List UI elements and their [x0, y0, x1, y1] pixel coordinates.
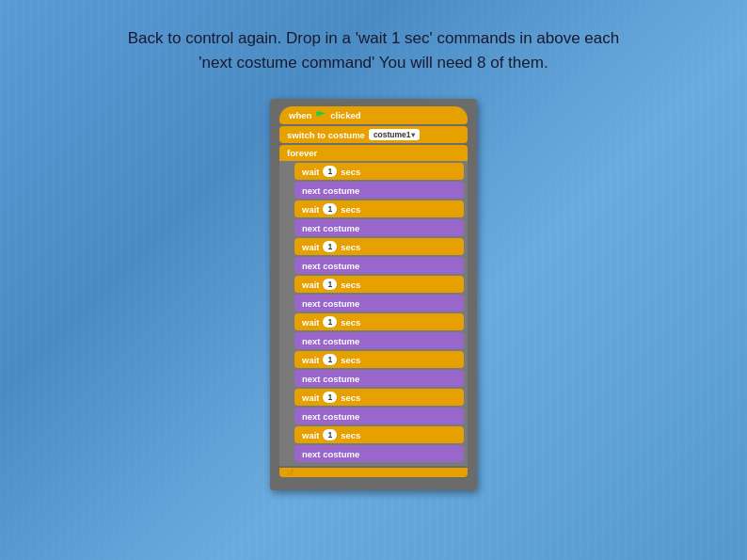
wait-value-5: 1	[323, 316, 337, 328]
wait-suffix-8: secs	[341, 430, 360, 440]
next-label-5: next costume	[302, 336, 359, 346]
wait-suffix-6: secs	[341, 355, 360, 365]
wait-block-6: wait 1 secs	[294, 351, 464, 368]
forever-block: forever	[279, 145, 468, 161]
next-label-7: next costume	[302, 411, 359, 422]
wait-value-2: 1	[323, 203, 337, 215]
forever-cap	[279, 468, 468, 477]
instruction-text: Back to control again. Drop in a 'wait 1…	[42, 26, 705, 74]
switch-label: switch to costume	[287, 130, 365, 140]
wait-label-8: wait	[302, 430, 319, 440]
wait-label-3: wait	[302, 242, 319, 252]
flag-icon	[316, 111, 326, 120]
when-flag-clicked-block: when clicked	[279, 106, 468, 124]
wait-label-1: wait	[302, 167, 319, 177]
wait-suffix-5: secs	[341, 317, 360, 328]
wait-block-3: wait 1 secs	[294, 238, 464, 255]
instruction-line1: Back to control again. Drop in a 'wait 1…	[128, 29, 619, 47]
next-label-6: next costume	[302, 374, 359, 384]
wait-value-7: 1	[323, 392, 337, 403]
next-costume-block-5: next costume	[294, 332, 464, 349]
wait-block-7: wait 1 secs	[294, 389, 464, 406]
wait-value-3: 1	[323, 241, 337, 252]
next-costume-block-2: next costume	[294, 219, 464, 236]
wait-label-5: wait	[302, 317, 319, 328]
wait-label-7: wait	[302, 392, 319, 403]
next-costume-block-6: next costume	[294, 370, 464, 387]
wait-block-4: wait 1 secs	[294, 276, 464, 293]
wait-label-4: wait	[302, 280, 319, 290]
forever-label: forever	[287, 148, 317, 158]
wait-block-2: wait 1 secs	[294, 200, 464, 217]
next-costume-block-1: next costume	[294, 182, 464, 199]
wait-suffix-7: secs	[341, 392, 360, 403]
next-costume-block-3: next costume	[294, 257, 464, 274]
next-label-2: next costume	[302, 223, 359, 233]
scratch-panel: when clicked switch to costume costume1 …	[270, 99, 477, 490]
wait-suffix-2: secs	[341, 204, 360, 215]
next-label-3: next costume	[302, 261, 359, 271]
costume-dropdown[interactable]: costume1	[369, 129, 420, 140]
wait-block-1: wait 1 secs	[294, 163, 464, 180]
instruction-line2: 'next costume command' You will need 8 o…	[199, 54, 548, 72]
forever-body: wait 1 secs next costume wait 1 secs nex…	[279, 161, 468, 466]
next-costume-block-7: next costume	[294, 408, 464, 424]
wait-value-1: 1	[323, 166, 337, 177]
next-label-1: next costume	[302, 185, 359, 196]
wait-value-6: 1	[323, 354, 337, 365]
next-costume-block-4: next costume	[294, 295, 464, 312]
next-label-8: next costume	[302, 449, 359, 459]
next-label-4: next costume	[302, 298, 359, 309]
wait-suffix-1: secs	[341, 167, 360, 177]
wait-suffix-4: secs	[341, 280, 360, 290]
wait-value-4: 1	[323, 279, 337, 290]
wait-block-5: wait 1 secs	[294, 313, 464, 330]
clicked-label: clicked	[330, 110, 360, 120]
switch-costume-block: switch to costume costume1	[279, 126, 468, 143]
wait-label-6: wait	[302, 355, 319, 365]
wait-block-8: wait 1 secs	[294, 426, 464, 443]
next-costume-block-8: next costume	[294, 445, 464, 462]
costume-value: costume1	[374, 130, 411, 139]
when-label: when	[289, 110, 311, 120]
wait-suffix-3: secs	[341, 242, 360, 252]
wait-value-8: 1	[323, 429, 337, 440]
wait-label-2: wait	[302, 204, 319, 215]
